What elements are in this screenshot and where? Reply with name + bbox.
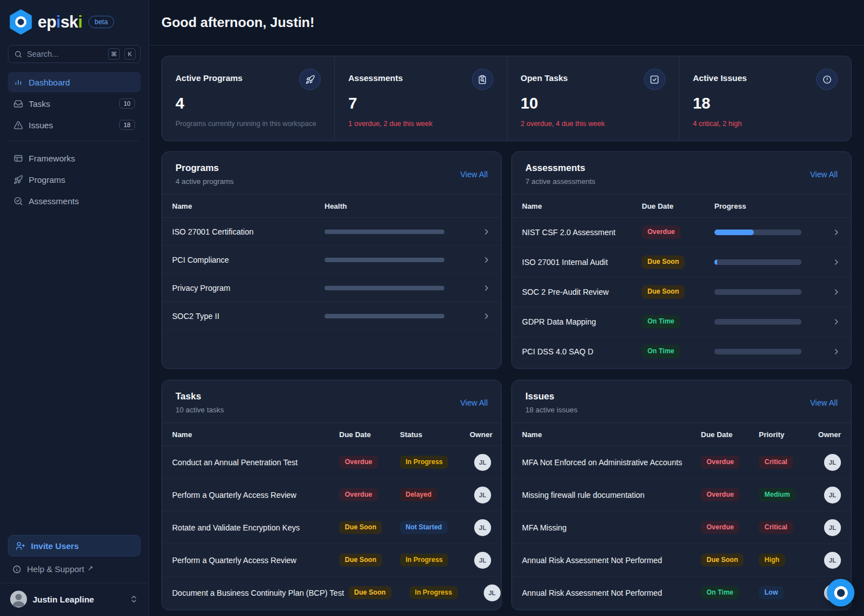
row-name: Annual Risk Assessment Not Performed: [522, 588, 696, 597]
chevrons-up-down-icon: [129, 595, 138, 604]
issues-row[interactable]: Annual Risk Assessment Not PerformedOn T…: [512, 577, 851, 609]
column-header-progress: Progress: [714, 202, 823, 210]
row-name: Perform a Quarterly Access Review: [172, 556, 335, 565]
assessments-row[interactable]: PCI DSS 4.0 SAQ DOn Time: [512, 337, 851, 367]
programs-row[interactable]: SOC2 Type II: [162, 302, 501, 330]
info-icon: [12, 565, 21, 574]
user-menu[interactable]: Justin Leapline: [0, 583, 148, 616]
tasks-row[interactable]: Document a Business Continuity Plan (BCP…: [162, 577, 501, 609]
search-input[interactable]: Search... ⌘ K: [8, 45, 141, 63]
progress-bar: [714, 259, 802, 265]
programs-row[interactable]: ISO 27001 Certification: [162, 218, 501, 246]
view-all-programs[interactable]: View All: [460, 170, 488, 179]
row-name: Perform a Quarterly Access Review: [172, 491, 335, 500]
check-square-icon: [644, 69, 665, 90]
assessments-row[interactable]: SOC 2 Pre-Audit ReviewDue Soon: [512, 277, 851, 307]
assessments-row[interactable]: NIST CSF 2.0 AssessmentOverdue: [512, 218, 851, 248]
sidebar-item-frameworks[interactable]: Frameworks: [8, 148, 141, 168]
progress-bar: [325, 286, 444, 290]
clipboard-search-icon: [472, 69, 493, 90]
row-name: SOC2 Type II: [172, 312, 320, 321]
programs-row[interactable]: PCI Compliance: [162, 246, 501, 274]
due-badge: Overdue: [339, 488, 378, 501]
owner-avatar: JL: [484, 584, 501, 601]
chat-launcher-button[interactable]: [827, 579, 854, 606]
row-name: NIST CSF 2.0 Assessment: [522, 228, 637, 237]
panel-subtitle: 4 active programs: [176, 177, 233, 186]
sidebar-item-issues[interactable]: Issues18: [8, 115, 141, 135]
sidebar-item-label: Dashboard: [29, 78, 70, 87]
owner-avatar: JL: [824, 487, 841, 503]
row-name: Missing firewall rule documentation: [522, 491, 696, 500]
stat-title: Active Programs: [176, 69, 242, 83]
column-header-due-date: Due Date: [339, 430, 395, 439]
assessments-row[interactable]: GDPR Data MappingOn Time: [512, 307, 851, 337]
row-name: ISO 27001 Internal Audit: [522, 258, 637, 267]
stat-card-assessments: Assessments71 overdue, 2 due this week: [334, 56, 506, 141]
view-all-issues[interactable]: View All: [810, 398, 838, 407]
column-header-health: Health: [325, 202, 472, 210]
help-support-label: Help & Support: [27, 564, 84, 574]
sidebar: episki beta Search... ⌘ K DashboardTasks…: [0, 0, 149, 616]
main-header: Good afternoon, Justin!: [149, 0, 864, 46]
chevron-right-icon: [832, 228, 841, 237]
panel-subtitle: 10 active tasks: [176, 406, 224, 414]
stats-row: Active Programs4Programs currently runni…: [161, 56, 852, 141]
panel-title: Tasks: [176, 391, 224, 402]
user-name: Justin Leapline: [33, 595, 94, 604]
assessments-row[interactable]: ISO 27001 Internal AuditDue Soon: [512, 248, 851, 277]
view-all-assessments[interactable]: View All: [810, 170, 838, 179]
panel-title: Programs: [176, 163, 233, 173]
due-badge: Due Soon: [339, 521, 382, 534]
sidebar-item-dashboard[interactable]: Dashboard: [8, 72, 141, 92]
issues-row[interactable]: MFA Not Enforced on Administrative Accou…: [512, 446, 851, 479]
invite-users-label: Invite Users: [31, 541, 79, 551]
stat-title: Active Issues: [693, 69, 747, 83]
inbox-icon: [14, 99, 23, 109]
invite-users-button[interactable]: Invite Users: [8, 535, 141, 556]
chevron-right-icon: [482, 284, 491, 293]
row-name: GDPR Data Mapping: [522, 317, 637, 326]
owner-avatar: JL: [474, 487, 491, 503]
status-badge: In Progress: [400, 456, 448, 469]
issues-row[interactable]: Missing firewall rule documentationOverd…: [512, 479, 851, 511]
status-badge: Not Started: [400, 521, 448, 534]
tasks-row[interactable]: Conduct an Annual Penetration TestOverdu…: [162, 446, 501, 479]
due-badge: On Time: [701, 586, 739, 599]
column-header-owner: Owner: [470, 430, 491, 439]
column-header-due-date: Due Date: [701, 430, 754, 439]
panel-programs: Programs4 active programsView AllNameHea…: [161, 151, 502, 369]
issues-row[interactable]: MFA MissingOverdueCriticalJL: [512, 511, 851, 544]
row-name: Privacy Program: [172, 284, 320, 293]
tasks-row[interactable]: Perform a Quarterly Access ReviewDue Soo…: [162, 544, 501, 577]
sidebar-nav-primary: DashboardTasks10Issues18: [8, 72, 141, 136]
stat-subtitle: 1 overdue, 2 due this week: [348, 120, 493, 128]
owner-avatar: JL: [474, 519, 491, 536]
progress-bar: [714, 319, 802, 325]
stat-card-active-programs: Active Programs4Programs currently runni…: [162, 56, 334, 141]
programs-row[interactable]: Privacy Program: [162, 274, 501, 302]
column-header-name: Name: [522, 430, 696, 439]
issues-row[interactable]: Annual Risk Assessment Not PerformedDue …: [512, 544, 851, 577]
sidebar-item-programs[interactable]: Programs: [8, 169, 141, 190]
due-badge: Overdue: [701, 488, 740, 501]
stat-value: 4: [176, 95, 321, 113]
stat-subtitle: 2 overdue, 4 due this week: [521, 120, 665, 128]
count-badge: 18: [119, 120, 135, 130]
tasks-row[interactable]: Perform a Quarterly Access ReviewOverdue…: [162, 479, 501, 511]
help-support-link[interactable]: Help & Support ↗: [8, 556, 141, 583]
table-header: NameDue DateStatusOwner: [162, 422, 501, 446]
chevron-right-icon: [832, 317, 841, 326]
stat-subtitle: Programs currently running in this works…: [176, 120, 321, 128]
tasks-row[interactable]: Rotate and Validate Encryption KeysDue S…: [162, 511, 501, 544]
sidebar-item-assessments[interactable]: Assessments: [8, 191, 141, 211]
view-all-tasks[interactable]: View All: [460, 398, 488, 407]
column-header-priority: Priority: [759, 430, 809, 439]
stat-subtitle: 4 critical, 2 high: [693, 120, 838, 128]
sidebar-item-tasks[interactable]: Tasks10: [8, 93, 141, 114]
sidebar-divider: [9, 141, 140, 141]
rocket-icon: [299, 69, 321, 90]
sidebar-item-label: Programs: [29, 175, 65, 185]
avatar: [10, 591, 27, 608]
table-header: NameHealth: [162, 194, 501, 218]
